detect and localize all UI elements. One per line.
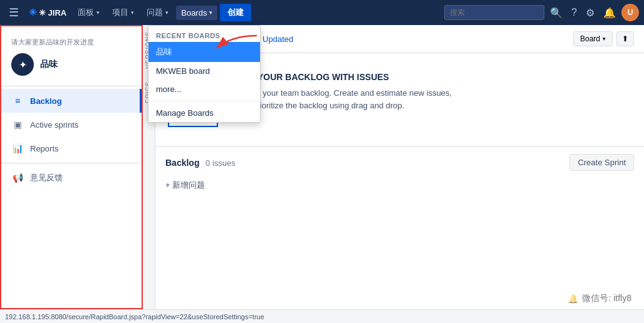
- sidebar-header: ✦ 品味: [1, 48, 142, 83]
- backlog-count: 0 issues: [205, 158, 236, 168]
- sidebar: 请大家更新品味的开发进度 ✦ 品味 ≡ Backlog ▣ Active spr…: [0, 25, 143, 309]
- boards-dropdown: RECENT BOARDS 品味 MKWEB board more... Man…: [148, 25, 261, 123]
- help-icon[interactable]: ?: [568, 5, 580, 20]
- watermark-text: 微信号: itfly8: [582, 293, 631, 304]
- sidebar-item-active-sprints[interactable]: ▣ Active sprints: [1, 113, 142, 136]
- backlog-title: Backlog: [165, 158, 199, 168]
- create-sprint-button[interactable]: Create Sprint: [569, 154, 634, 171]
- backlog-title-group: Backlog 0 issues: [165, 158, 236, 168]
- sidebar-label-feedback: 意见反馈: [30, 172, 63, 183]
- sidebar-item-reports[interactable]: 📊 Reports: [1, 136, 142, 160]
- reports-icon: 📊: [11, 142, 24, 155]
- search-icon[interactable]: 🔍: [547, 5, 566, 21]
- dropdown-item-pinwei[interactable]: 品味: [148, 42, 260, 62]
- sidebar-item-backlog[interactable]: ≡ Backlog: [1, 89, 142, 113]
- statusbar: 192.168.1.195:8080/secure/RapidBoard.jsp…: [0, 309, 644, 323]
- notification-icon[interactable]: 🔔: [600, 5, 619, 21]
- collapse-icon: ⬆: [622, 34, 628, 43]
- board-arrow-icon: ▾: [603, 36, 606, 42]
- nav-fanban[interactable]: 面板 ▾: [73, 4, 105, 21]
- dropdown-item-manage-boards[interactable]: Manage Boards: [148, 104, 260, 122]
- search-input[interactable]: [444, 5, 544, 20]
- dropdown-item-mkweb[interactable]: MKWEB board: [148, 62, 260, 80]
- sidebar-logo: ✦: [11, 53, 34, 76]
- backlog-header: Backlog 0 issues Create Sprint: [165, 154, 634, 171]
- empty-text: FILL YOUR BACKLOG WITH ISSUES This is yo…: [237, 72, 452, 111]
- sidebar-label-active-sprints: Active sprints: [30, 120, 78, 130]
- project-name: 品味: [40, 59, 58, 70]
- empty-line2: and prioritize the backlog using drag an…: [237, 100, 452, 112]
- page-title: 请大家更新品味的开发进度: [1, 34, 142, 48]
- sprints-icon: ▣: [11, 118, 24, 131]
- sidebar-label-backlog: Backlog: [30, 96, 62, 106]
- board-button[interactable]: Board ▾: [573, 31, 613, 46]
- watermark-icon: 🔔: [568, 294, 578, 304]
- sidebar-divider: [1, 86, 142, 86]
- sidebar-label-reports: Reports: [30, 144, 59, 153]
- status-url: 192.168.1.195:8080/secure/RapidBoard.jsp…: [5, 313, 264, 320]
- dropdown-divider: [148, 101, 260, 101]
- hamburger-icon[interactable]: ☰: [5, 3, 23, 22]
- collapse-button[interactable]: ⬆: [616, 31, 634, 46]
- nav-project[interactable]: 项目 ▾: [107, 4, 139, 21]
- sidebar-divider-2: [1, 163, 142, 163]
- nav-issue[interactable]: 问题 ▾: [142, 4, 174, 21]
- backlog-section: Backlog 0 issues Create Sprint + 新增问题: [155, 146, 644, 202]
- create-button[interactable]: 创建: [220, 4, 251, 21]
- add-issue-link[interactable]: + 新增问题: [165, 176, 634, 195]
- avatar[interactable]: U: [621, 4, 639, 21]
- topnav: ☰ ✳✳ JIRA 面板 ▾ 项目 ▾ 问题 ▾ Boards ▾ 创建 🔍 ?…: [0, 0, 644, 25]
- dropdown-item-more[interactable]: more...: [148, 80, 260, 98]
- backlog-icon: ≡: [11, 95, 24, 107]
- nav-boards[interactable]: Boards ▾: [176, 6, 217, 20]
- project-icon: ✦: [19, 59, 27, 71]
- settings-icon[interactable]: ⚙: [583, 5, 598, 21]
- watermark: 🔔 微信号: itfly8: [568, 293, 631, 304]
- sidebar-item-feedback[interactable]: 📢 意见反馈: [1, 166, 142, 190]
- jira-logo: ✳✳ JIRA: [25, 4, 70, 21]
- dropdown-section-title: RECENT BOARDS: [148, 26, 260, 42]
- boards-arrow-icon: ▾: [209, 9, 212, 16]
- empty-title: FILL YOUR BACKLOG WITH ISSUES: [237, 72, 452, 82]
- empty-line1: This is your team backlog. Create and es…: [237, 87, 452, 100]
- feedback-icon: 📢: [11, 172, 24, 184]
- main-layout: 请大家更新品味的开发进度 ✦ 品味 ≡ Backlog ▣ Active spr…: [0, 25, 644, 309]
